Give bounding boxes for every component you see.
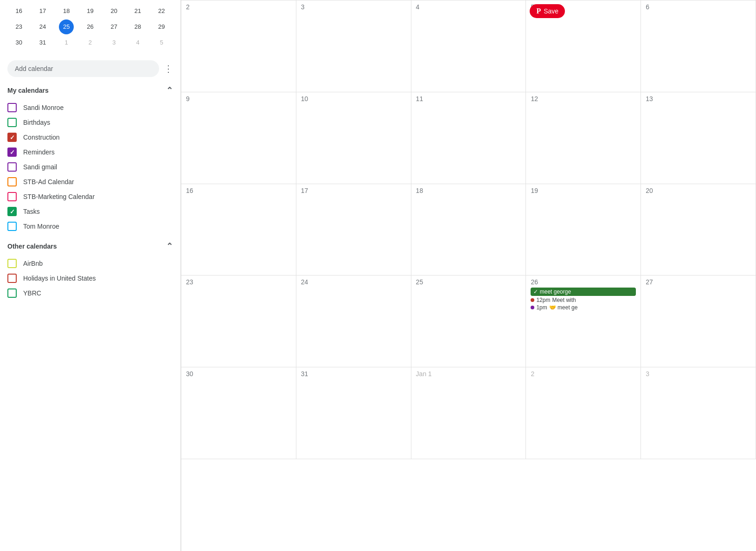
calendar-item-birthdays[interactable]: Birthdays bbox=[7, 115, 173, 130]
calendar-item-holidays-us[interactable]: Holidays in United States bbox=[7, 271, 173, 286]
calendar-cell[interactable]: 31 bbox=[296, 367, 411, 459]
calendar-checkbox-ybrc[interactable] bbox=[7, 288, 17, 298]
mini-cal-day[interactable]: 20 bbox=[107, 4, 122, 19]
calendar-checkbox-holidays-us[interactable] bbox=[7, 274, 17, 283]
my-calendars-list: Sandi MonroeBirthdays✓Construction✓Remin… bbox=[7, 100, 173, 234]
cell-day-number: 6 bbox=[646, 3, 751, 11]
cell-day-number: 3 bbox=[646, 370, 751, 378]
mini-cal-day[interactable]: 24 bbox=[35, 19, 50, 34]
cell-day-number: 24 bbox=[301, 278, 406, 286]
calendar-checkbox-tasks[interactable]: ✓ bbox=[7, 207, 17, 216]
calendar-cell[interactable]: 2 bbox=[181, 0, 296, 92]
cell-day-number: 2 bbox=[186, 3, 291, 11]
my-calendars-collapse-icon[interactable]: ⌃ bbox=[166, 85, 173, 96]
calendar-checkbox-birthdays[interactable] bbox=[7, 118, 17, 127]
today-indicator: 25 bbox=[416, 278, 423, 286]
cell-day-number: 26 bbox=[531, 278, 636, 286]
other-calendars-collapse-icon[interactable]: ⌃ bbox=[166, 241, 173, 251]
cell-day-number: 20 bbox=[646, 187, 751, 194]
mini-cal-day[interactable]: 3 bbox=[107, 35, 122, 50]
mini-cal-day[interactable]: 28 bbox=[130, 19, 145, 34]
calendar-cell[interactable]: 3 bbox=[641, 367, 756, 459]
event-dot-row[interactable]: 1pm🤝 meet ge bbox=[531, 304, 636, 311]
calendar-checkbox-stb-marketing[interactable] bbox=[7, 192, 17, 201]
calendar-label-tasks: Tasks bbox=[23, 208, 40, 215]
mini-cal-day[interactable]: 30 bbox=[12, 35, 26, 50]
calendar-item-stb-marketing[interactable]: STB-Marketing Calendar bbox=[7, 189, 173, 204]
calendar-cell[interactable]: 6 bbox=[641, 0, 756, 92]
cell-day-number: 11 bbox=[416, 95, 521, 103]
mini-cal-day[interactable]: 29 bbox=[154, 19, 169, 34]
calendar-cell[interactable]: 12 bbox=[526, 92, 641, 184]
main-calendar: 234PSave56910111213161718192023242526✓ m… bbox=[181, 0, 756, 551]
event-dot-row[interactable]: 12pmMeet with bbox=[531, 297, 636, 303]
sidebar: 1617181920212223242526272829303112345 Ad… bbox=[0, 0, 181, 551]
calendar-cell[interactable]: 9 bbox=[181, 92, 296, 184]
mini-cal-day[interactable]: 16 bbox=[12, 4, 26, 19]
calendar-cell[interactable]: 26✓ meet george12pmMeet with1pm🤝 meet ge bbox=[526, 276, 641, 367]
my-calendars-header[interactable]: My calendars ⌃ bbox=[7, 85, 173, 96]
calendar-cell[interactable]: 17 bbox=[296, 184, 411, 276]
calendar-cell[interactable]: 10 bbox=[296, 92, 411, 184]
mini-cal-day[interactable]: 4 bbox=[130, 35, 145, 50]
calendar-item-tasks[interactable]: ✓Tasks bbox=[7, 204, 173, 219]
mini-cal-day[interactable]: 17 bbox=[35, 4, 50, 19]
calendar-cell[interactable]: 2 bbox=[526, 367, 641, 459]
cell-day-number: 12 bbox=[531, 95, 636, 103]
cell-day-number: 17 bbox=[301, 187, 406, 194]
calendar-cell[interactable]: 19 bbox=[526, 184, 641, 276]
cell-day-number: 18 bbox=[416, 187, 521, 194]
calendar-cell[interactable]: 11 bbox=[411, 92, 526, 184]
calendar-item-construction[interactable]: ✓Construction bbox=[7, 130, 173, 145]
calendar-item-sandi-gmail[interactable]: Sandi gmail bbox=[7, 160, 173, 174]
calendar-grid: 234PSave56910111213161718192023242526✓ m… bbox=[181, 0, 756, 551]
mini-cal-day[interactable]: 22 bbox=[154, 4, 169, 19]
mini-cal-day[interactable]: 1 bbox=[59, 35, 74, 50]
calendar-cell[interactable]: 20 bbox=[641, 184, 756, 276]
calendar-checkbox-tom-monroe[interactable] bbox=[7, 222, 17, 231]
mini-cal-day[interactable]: 19 bbox=[83, 4, 97, 19]
calendar-cell[interactable]: 23 bbox=[181, 276, 296, 367]
event-chip[interactable]: ✓ meet george bbox=[531, 288, 636, 296]
calendar-checkbox-sandi-monroe[interactable] bbox=[7, 103, 17, 112]
add-calendar-button[interactable]: Add calendar bbox=[7, 60, 159, 77]
calendar-cell[interactable]: 24 bbox=[296, 276, 411, 367]
other-calendars-header[interactable]: Other calendars ⌃ bbox=[7, 241, 173, 251]
calendar-cell[interactable]: 27 bbox=[641, 276, 756, 367]
mini-cal-day[interactable]: 31 bbox=[35, 35, 50, 50]
calendar-item-airbnb[interactable]: AirBnb bbox=[7, 256, 173, 271]
calendar-checkbox-stb-ad[interactable] bbox=[7, 177, 17, 186]
calendar-checkbox-reminders[interactable]: ✓ bbox=[7, 147, 17, 157]
calendar-cell[interactable]: 25 bbox=[411, 276, 526, 367]
more-options-icon[interactable]: ⋮ bbox=[164, 63, 173, 74]
calendar-cell[interactable]: Jan 1 bbox=[411, 367, 526, 459]
mini-calendar-grid: 1617181920212223242526272829303112345 bbox=[7, 4, 173, 50]
calendar-cell[interactable]: 18 bbox=[411, 184, 526, 276]
calendar-item-tom-monroe[interactable]: Tom Monroe bbox=[7, 219, 173, 234]
calendar-cell[interactable]: 4 bbox=[411, 0, 526, 92]
mini-cal-day[interactable]: 26 bbox=[83, 19, 97, 34]
cell-day-number: 3 bbox=[301, 3, 406, 11]
mini-cal-day[interactable]: 5 bbox=[154, 35, 169, 50]
calendar-item-reminders[interactable]: ✓Reminders bbox=[7, 145, 173, 160]
calendar-item-stb-ad[interactable]: STB-Ad Calendar bbox=[7, 174, 173, 189]
calendar-checkbox-airbnb[interactable] bbox=[7, 259, 17, 268]
calendar-cell[interactable]: 13 bbox=[641, 92, 756, 184]
mini-cal-day[interactable]: 27 bbox=[107, 19, 122, 34]
calendar-cell[interactable]: 30 bbox=[181, 367, 296, 459]
calendar-cell[interactable]: 3 bbox=[296, 0, 411, 92]
calendar-item-sandi-monroe[interactable]: Sandi Monroe bbox=[7, 100, 173, 115]
mini-cal-day[interactable]: 2 bbox=[83, 35, 97, 50]
mini-cal-day[interactable]: 21 bbox=[130, 4, 145, 19]
pinterest-save-button[interactable]: PSave bbox=[530, 4, 565, 18]
calendar-cell[interactable]: PSave5 bbox=[526, 0, 641, 92]
calendar-checkbox-construction[interactable]: ✓ bbox=[7, 133, 17, 142]
calendar-label-birthdays: Birthdays bbox=[23, 119, 50, 126]
mini-cal-day[interactable]: 25 bbox=[59, 19, 74, 34]
calendar-cell[interactable]: 16 bbox=[181, 184, 296, 276]
cell-day-number: 27 bbox=[646, 278, 751, 286]
calendar-checkbox-sandi-gmail[interactable] bbox=[7, 162, 17, 172]
mini-cal-day[interactable]: 23 bbox=[12, 19, 26, 34]
mini-cal-day[interactable]: 18 bbox=[59, 4, 74, 19]
calendar-item-ybrc[interactable]: YBRC bbox=[7, 286, 173, 301]
